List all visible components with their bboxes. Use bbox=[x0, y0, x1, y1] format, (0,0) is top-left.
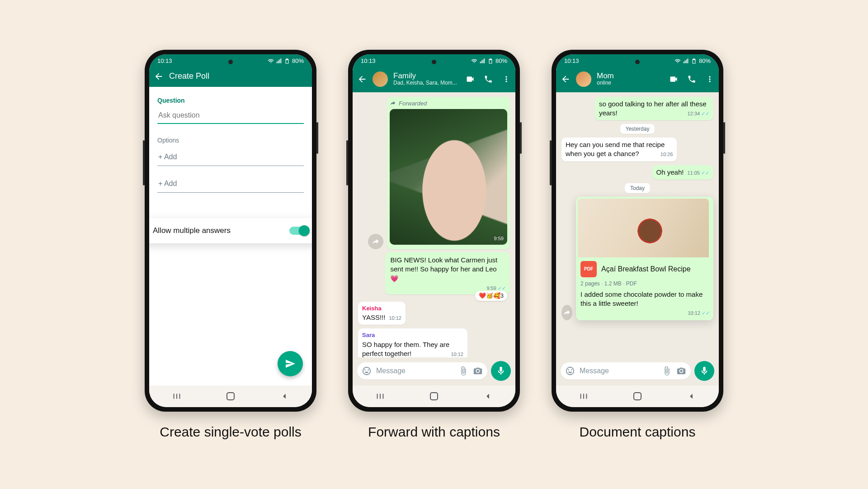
wifi-icon bbox=[675, 58, 681, 64]
poll-header-title: Create Poll bbox=[169, 71, 307, 81]
battery-pct: 80% bbox=[292, 57, 304, 64]
sender-name: Sara bbox=[362, 331, 463, 339]
emoji-icon[interactable] bbox=[362, 366, 372, 376]
poll-body: Question Options + Add + Add Allow multi… bbox=[149, 87, 312, 385]
question-input[interactable] bbox=[157, 109, 304, 124]
forward-arrow-icon bbox=[390, 100, 396, 106]
read-ticks-icon: ✓✓ bbox=[701, 110, 709, 117]
chat-subtitle: Dad, Keisha, Sara, Mom... bbox=[393, 80, 460, 86]
outgoing-message[interactable]: Oh yeah! 11:05✓✓ bbox=[652, 165, 713, 180]
incoming-message[interactable]: Sara SO happy for them. They are perfect… bbox=[358, 328, 467, 357]
send-poll-button[interactable] bbox=[278, 351, 303, 376]
incoming-message[interactable]: Keisha YASS!!! 10:12 bbox=[358, 302, 406, 325]
recents-icon[interactable] bbox=[172, 391, 182, 401]
status-icons: 80% bbox=[268, 57, 304, 64]
mic-icon bbox=[699, 366, 709, 376]
message-text: SO happy for them. They are perfect toge… bbox=[362, 341, 449, 357]
signal-icon bbox=[683, 58, 689, 64]
message-time: 12:34 bbox=[687, 110, 700, 117]
screen-3: 10:13 80% Mom online bbox=[556, 54, 719, 407]
back-icon[interactable] bbox=[561, 74, 571, 84]
back-nav-icon[interactable] bbox=[483, 391, 493, 401]
battery-icon bbox=[487, 58, 494, 64]
chat-body[interactable]: Forwarded 9:59 BIG NEWS! Look what Carme… bbox=[353, 92, 515, 357]
video-call-icon[interactable] bbox=[669, 75, 678, 84]
date-divider: Yesterday bbox=[620, 124, 655, 134]
attach-icon[interactable] bbox=[662, 366, 672, 376]
voice-call-icon[interactable] bbox=[484, 75, 493, 84]
attach-icon[interactable] bbox=[458, 366, 468, 376]
column-1: 10:13 80% Create Poll Question Options bbox=[145, 50, 316, 440]
forward-indicator-icon[interactable] bbox=[561, 305, 572, 320]
more-icon[interactable] bbox=[705, 75, 714, 84]
screen-2: 10:13 80% Family Dad, Keisha, Sara, Mom.… bbox=[353, 54, 515, 407]
multiple-answers-card: Allow multiple answers bbox=[149, 218, 312, 243]
message-text: Oh yeah! bbox=[656, 168, 684, 176]
recents-icon[interactable] bbox=[375, 391, 385, 401]
video-call-icon[interactable] bbox=[466, 75, 475, 84]
mic-button[interactable] bbox=[491, 361, 511, 381]
system-navbar bbox=[149, 385, 312, 407]
message-time: 10:12 bbox=[389, 315, 401, 322]
phone-frame-2: 10:13 80% Family Dad, Keisha, Sara, Mom.… bbox=[348, 50, 520, 412]
chat-header[interactable]: Mom online bbox=[556, 68, 719, 92]
camera-icon[interactable] bbox=[473, 366, 483, 376]
forwarded-image[interactable]: 9:59 bbox=[390, 109, 507, 245]
status-time: 10:13 bbox=[361, 57, 376, 64]
reactions-badge[interactable]: ❤️🥳🥰3 bbox=[475, 291, 507, 301]
status-time: 10:13 bbox=[157, 57, 172, 64]
message-input[interactable]: Message bbox=[561, 362, 691, 380]
back-icon[interactable] bbox=[154, 71, 164, 81]
compose-placeholder: Message bbox=[376, 367, 454, 375]
column-3: 10:13 80% Mom online bbox=[552, 50, 723, 440]
emoji-icon[interactable] bbox=[565, 366, 575, 376]
options-label: Options bbox=[157, 137, 304, 144]
signal-icon bbox=[276, 58, 282, 64]
home-icon[interactable] bbox=[430, 392, 438, 400]
mic-button[interactable] bbox=[694, 361, 714, 381]
signal-icon bbox=[479, 58, 486, 64]
multiple-answers-toggle[interactable] bbox=[289, 227, 308, 235]
composer: Message bbox=[556, 357, 719, 385]
message-input[interactable]: Message bbox=[357, 362, 487, 380]
recents-icon[interactable] bbox=[579, 391, 589, 401]
forwarded-label: Forwarded bbox=[399, 100, 427, 108]
message-time: 10:12 bbox=[688, 310, 700, 317]
document-thumbnail[interactable] bbox=[578, 199, 709, 257]
chat-body[interactable]: so good talking to her after all these y… bbox=[556, 92, 719, 357]
outgoing-message[interactable]: so good talking to her after all these y… bbox=[595, 97, 713, 121]
document-caption: I added some chocolate powder to make th… bbox=[580, 289, 710, 309]
home-icon[interactable] bbox=[226, 392, 235, 400]
phone-frame-1: 10:13 80% Create Poll Question Options bbox=[145, 50, 316, 412]
home-icon[interactable] bbox=[633, 392, 642, 400]
caption-message[interactable]: BIG NEWS! Look what Carmen just sent me!… bbox=[385, 252, 510, 294]
screen-1: 10:13 80% Create Poll Question Options bbox=[149, 54, 312, 407]
chat-avatar[interactable] bbox=[373, 71, 388, 87]
forward-indicator-icon[interactable] bbox=[368, 234, 383, 249]
status-bar: 10:13 80% bbox=[556, 54, 719, 68]
back-nav-icon[interactable] bbox=[279, 391, 289, 401]
add-option-2[interactable]: + Add bbox=[157, 176, 304, 193]
status-icons: 80% bbox=[675, 57, 711, 64]
message-text: Hey can you send me that recipe when you… bbox=[566, 141, 665, 157]
chat-avatar[interactable] bbox=[576, 71, 591, 87]
camera-icon[interactable] bbox=[676, 366, 686, 376]
voice-call-icon[interactable] bbox=[687, 75, 696, 84]
more-icon[interactable] bbox=[502, 75, 511, 84]
poll-header: Create Poll bbox=[149, 68, 312, 87]
status-icons: 80% bbox=[471, 57, 507, 64]
composer: Message bbox=[353, 357, 515, 385]
back-nav-icon[interactable] bbox=[686, 391, 696, 401]
incoming-message[interactable]: Hey can you send me that recipe when you… bbox=[561, 138, 677, 161]
date-divider: Today bbox=[625, 183, 650, 193]
chat-header[interactable]: Family Dad, Keisha, Sara, Mom... bbox=[353, 68, 515, 92]
add-option-1[interactable]: + Add bbox=[157, 149, 304, 166]
battery-pct: 80% bbox=[699, 57, 711, 64]
battery-pct: 80% bbox=[495, 57, 507, 64]
forwarded-image-message[interactable]: Forwarded 9:59 bbox=[387, 97, 510, 250]
back-icon[interactable] bbox=[357, 74, 367, 84]
document-message[interactable]: PDF Açaí Breakfast Bowl Recipe 2 pages ·… bbox=[576, 197, 713, 321]
battery-icon bbox=[284, 58, 290, 64]
question-label: Question bbox=[157, 97, 304, 104]
mic-icon bbox=[496, 366, 506, 376]
